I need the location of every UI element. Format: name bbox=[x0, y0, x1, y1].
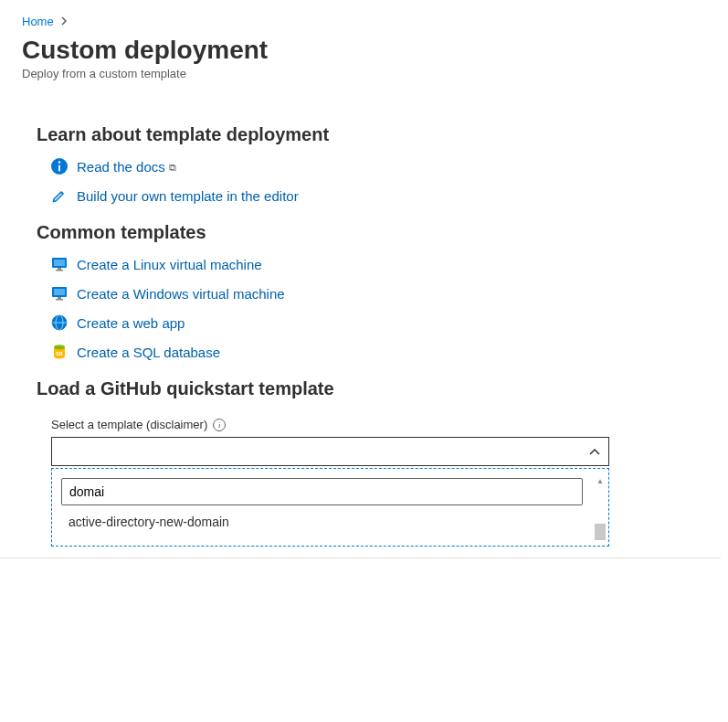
svg-rect-6 bbox=[56, 270, 63, 271]
footer-divider bbox=[0, 557, 721, 558]
common-item-sql-db: DB Create a SQL database bbox=[51, 344, 728, 360]
common-item-web-app: Create a web app bbox=[51, 314, 728, 331]
svg-rect-4 bbox=[54, 260, 65, 266]
template-select[interactable] bbox=[51, 437, 609, 466]
linux-vm-link[interactable]: Create a Linux virtual machine bbox=[77, 257, 262, 272]
learn-heading: Learn about template deployment bbox=[37, 124, 728, 145]
svg-rect-1 bbox=[58, 165, 60, 172]
web-app-link[interactable]: Create a web app bbox=[77, 315, 185, 331]
sql-db-link[interactable]: Create a SQL database bbox=[77, 345, 220, 360]
chevron-right-icon bbox=[60, 16, 68, 28]
page-title: Custom deployment bbox=[22, 36, 706, 65]
build-template-item: Build your own template in the editor bbox=[51, 187, 728, 204]
breadcrumb-home-link[interactable]: Home bbox=[22, 15, 54, 28]
scroll-up-icon[interactable]: ▲ bbox=[596, 478, 604, 485]
template-search-input[interactable] bbox=[61, 478, 583, 505]
template-option[interactable]: active-directory-new-domain bbox=[61, 505, 599, 536]
template-dropdown: active-directory-new-domain ▲ bbox=[51, 468, 609, 547]
vm-icon bbox=[51, 285, 68, 302]
vm-icon bbox=[51, 256, 68, 272]
page-header: Custom deployment Deploy from a custom t… bbox=[0, 36, 728, 88]
template-select-input[interactable] bbox=[51, 437, 609, 466]
template-field-label: Select a template (disclaimer) i bbox=[51, 418, 609, 431]
svg-point-16 bbox=[54, 345, 65, 350]
common-heading: Common templates bbox=[37, 222, 728, 243]
github-heading: Load a GitHub quickstart template bbox=[37, 378, 728, 399]
svg-rect-5 bbox=[58, 268, 61, 270]
globe-icon bbox=[51, 314, 68, 331]
external-link-icon: ⧉ bbox=[169, 162, 176, 173]
info-tooltip-icon[interactable]: i bbox=[213, 419, 226, 431]
info-icon bbox=[51, 158, 68, 175]
page-subtitle: Deploy from a custom template bbox=[22, 67, 706, 80]
breadcrumb: Home bbox=[0, 0, 728, 32]
svg-rect-8 bbox=[54, 289, 65, 295]
scrollbar[interactable]: ▲ bbox=[594, 478, 607, 542]
svg-rect-9 bbox=[58, 297, 61, 299]
svg-text:DB: DB bbox=[56, 351, 63, 356]
windows-vm-link[interactable]: Create a Windows virtual machine bbox=[77, 286, 285, 302]
read-docs-link[interactable]: Read the docs⧉ bbox=[77, 159, 176, 175]
read-docs-item: Read the docs⧉ bbox=[51, 158, 728, 175]
common-item-linux-vm: Create a Linux virtual machine bbox=[51, 256, 728, 272]
database-icon: DB bbox=[51, 344, 68, 360]
common-item-windows-vm: Create a Windows virtual machine bbox=[51, 285, 728, 302]
scrollbar-thumb[interactable] bbox=[595, 524, 606, 540]
svg-rect-10 bbox=[56, 299, 63, 301]
edit-icon bbox=[51, 187, 68, 204]
build-template-link[interactable]: Build your own template in the editor bbox=[77, 188, 299, 204]
svg-point-2 bbox=[58, 161, 60, 163]
